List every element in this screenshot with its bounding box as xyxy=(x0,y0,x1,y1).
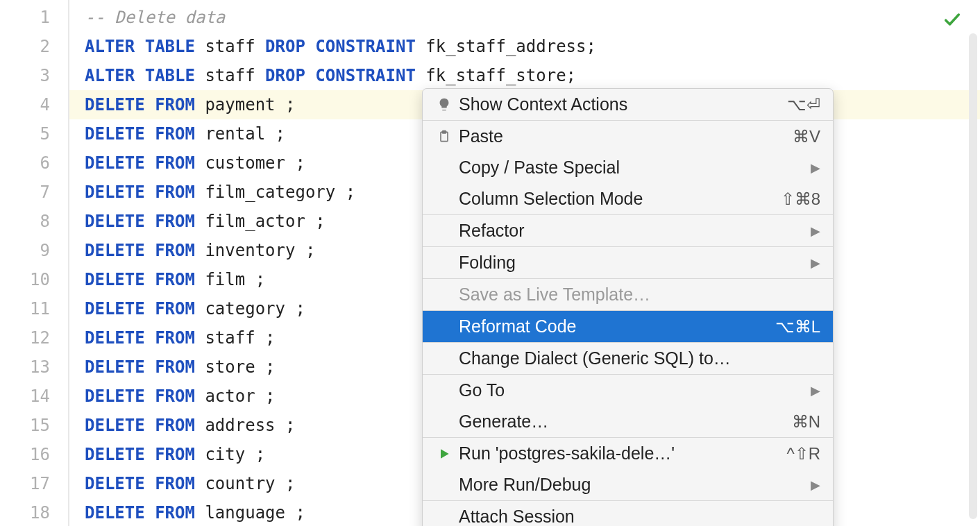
sql-keyword: DELETE FROM xyxy=(85,124,195,144)
sql-text: film_category ; xyxy=(195,183,355,202)
line-number: 10 xyxy=(0,265,50,294)
submenu-arrow-icon: ▶ xyxy=(811,160,820,176)
menu-item-label: Change Dialect (Generic SQL) to… xyxy=(459,348,820,368)
menu-item-column-selection-mode[interactable]: Column Selection Mode⇧⌘8 xyxy=(423,183,833,214)
code-line[interactable]: ALTER TABLE staff DROP CONSTRAINT fk_sta… xyxy=(69,32,980,61)
sql-text: inventory ; xyxy=(195,241,315,260)
menu-item-save-as-live-template: Save as Live Template… xyxy=(423,279,833,310)
sql-text: actor ; xyxy=(195,387,276,406)
editor-context-menu[interactable]: Show Context Actions⌥⏎Paste⌘VCopy / Past… xyxy=(422,88,834,526)
submenu-arrow-icon: ▶ xyxy=(811,477,820,493)
sql-text: staff ; xyxy=(195,328,276,348)
sql-keyword: DELETE FROM xyxy=(85,328,195,348)
line-number: 13 xyxy=(0,353,50,382)
menu-item-run-postgres-sakila-dele[interactable]: Run 'postgres-sakila-dele…'^⇧R xyxy=(423,438,833,469)
sql-text: country ; xyxy=(195,474,296,493)
menu-item-label: Generate… xyxy=(459,412,784,432)
menu-item-shortcut: ⇧⌘8 xyxy=(781,189,820,209)
line-number: 12 xyxy=(0,323,50,353)
sql-text: fk_staff_address; xyxy=(416,37,596,56)
sql-keyword: DELETE FROM xyxy=(85,183,195,202)
menu-item-label: Go To xyxy=(459,380,802,400)
sql-keyword: DELETE FROM xyxy=(85,95,195,114)
sql-text: payment ; xyxy=(195,95,296,114)
sql-text: film ; xyxy=(195,270,265,289)
sql-text: address ; xyxy=(195,416,296,435)
menu-item-label: Save as Live Template… xyxy=(459,285,820,305)
line-number: 3 xyxy=(0,61,50,90)
menu-item-show-context-actions[interactable]: Show Context Actions⌥⏎ xyxy=(423,89,833,120)
menu-item-label: Copy / Paste Special xyxy=(459,158,802,178)
sql-text: customer ; xyxy=(195,153,305,173)
bulb-icon xyxy=(432,97,456,112)
menu-item-shortcut: ⌘V xyxy=(793,127,820,146)
line-number: 8 xyxy=(0,207,50,236)
line-number: 7 xyxy=(0,178,50,207)
line-number: 17 xyxy=(0,469,50,498)
menu-item-label: Reformat Code xyxy=(459,316,767,337)
sql-keyword: DROP CONSTRAINT xyxy=(265,37,416,56)
sql-keyword: DELETE FROM xyxy=(85,212,195,231)
sql-text: staff xyxy=(195,66,265,85)
line-number: 11 xyxy=(0,294,50,323)
menu-item-shortcut: ^⇧R xyxy=(786,444,820,464)
sql-text: language ; xyxy=(195,503,305,523)
menu-item-more-run-debug[interactable]: More Run/Debug▶ xyxy=(423,469,833,500)
sql-keyword: DELETE FROM xyxy=(85,153,195,173)
line-number: 18 xyxy=(0,498,50,526)
menu-item-generate[interactable]: Generate…⌘N xyxy=(423,406,833,437)
menu-item-label: Column Selection Mode xyxy=(459,189,772,209)
menu-item-reformat-code[interactable]: Reformat Code⌥⌘L xyxy=(423,311,833,342)
menu-item-paste[interactable]: Paste⌘V xyxy=(423,121,833,152)
sql-keyword: DELETE FROM xyxy=(85,357,195,377)
sql-text: store ; xyxy=(195,357,276,377)
run-icon xyxy=(432,447,456,461)
menu-item-label: Folding xyxy=(459,253,802,273)
line-number: 5 xyxy=(0,119,50,149)
menu-item-change-dialect-generic-sql-to[interactable]: Change Dialect (Generic SQL) to… xyxy=(423,343,833,374)
menu-item-copy-paste-special[interactable]: Copy / Paste Special▶ xyxy=(423,152,833,183)
sql-text: rental ; xyxy=(195,124,285,144)
sql-keyword: DELETE FROM xyxy=(85,445,195,464)
line-number: 6 xyxy=(0,149,50,178)
menu-item-label: Show Context Actions xyxy=(459,94,779,114)
code-line[interactable]: -- Delete data xyxy=(69,3,980,32)
line-number: 9 xyxy=(0,236,50,265)
sql-keyword: DELETE FROM xyxy=(85,387,195,406)
submenu-arrow-icon: ▶ xyxy=(811,255,820,271)
line-number: 16 xyxy=(0,440,50,469)
sql-keyword: ALTER TABLE xyxy=(85,66,195,85)
sql-comment: -- Delete data xyxy=(85,8,225,27)
menu-item-attach-session[interactable]: Attach Session xyxy=(423,501,833,526)
menu-item-refactor[interactable]: Refactor▶ xyxy=(423,215,833,246)
sql-keyword: DELETE FROM xyxy=(85,474,195,493)
menu-item-label: Refactor xyxy=(459,221,802,241)
sql-text: fk_staff_store; xyxy=(416,66,576,85)
svg-marker-2 xyxy=(441,449,449,458)
menu-item-folding[interactable]: Folding▶ xyxy=(423,247,833,278)
sql-keyword: DELETE FROM xyxy=(85,416,195,435)
svg-rect-1 xyxy=(443,130,446,133)
line-number: 4 xyxy=(0,90,50,119)
sql-text: category ; xyxy=(195,299,305,319)
line-number: 2 xyxy=(0,32,50,61)
code-line[interactable]: ALTER TABLE staff DROP CONSTRAINT fk_sta… xyxy=(69,61,980,90)
sql-keyword: DELETE FROM xyxy=(85,241,195,260)
sql-keyword: DELETE FROM xyxy=(85,270,195,289)
line-number-gutter: 123456789101112131415161718 xyxy=(0,0,69,526)
sql-keyword: DELETE FROM xyxy=(85,503,195,523)
menu-item-go-to[interactable]: Go To▶ xyxy=(423,375,833,406)
sql-keyword: DELETE FROM xyxy=(85,299,195,319)
sql-keyword: DROP CONSTRAINT xyxy=(265,66,416,85)
menu-item-label: Paste xyxy=(459,126,784,146)
vertical-scrollbar[interactable] xyxy=(969,33,977,519)
menu-item-shortcut: ⌥⏎ xyxy=(787,95,820,114)
menu-item-shortcut: ⌘N xyxy=(792,412,820,432)
sql-text: film_actor ; xyxy=(195,212,326,231)
sql-keyword: ALTER TABLE xyxy=(85,37,195,56)
line-number: 14 xyxy=(0,382,50,411)
sql-text: staff xyxy=(195,37,265,56)
menu-item-shortcut: ⌥⌘L xyxy=(775,317,820,337)
line-number: 15 xyxy=(0,411,50,440)
line-number: 1 xyxy=(0,3,50,32)
